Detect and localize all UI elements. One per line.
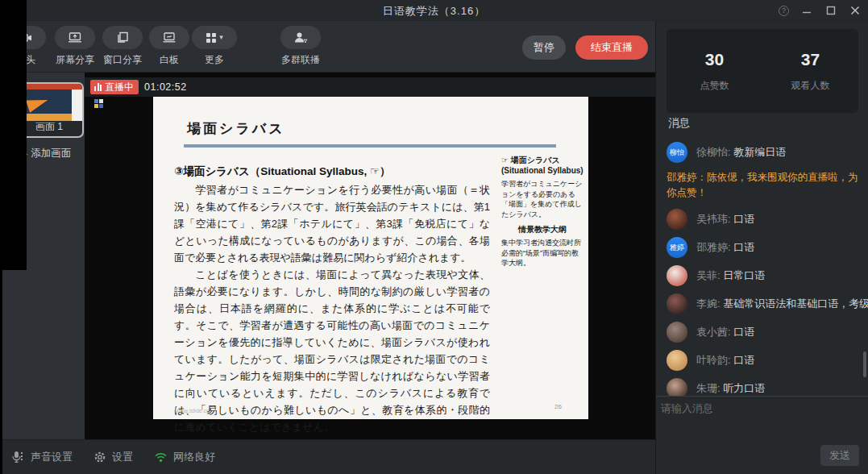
foreign-window-overlay (0, 0, 27, 270)
message-sender: 吴祎玮: (696, 213, 733, 225)
avatar[interactable] (667, 265, 687, 286)
avatar[interactable] (667, 350, 687, 371)
message-list[interactable]: 柳怡徐柳怡: 教新编日语邵雅婷：陈依偲，我来围观你的直播啦，为你点赞！吴祎玮: … (656, 135, 868, 396)
toolbar-button-more-grid[interactable]: ▾更多 (189, 26, 240, 67)
slide-paragraph: 学習者がコミュニケーションを行う必要性が高い場面（＝状況）を集めて作るシラバスで… (174, 181, 490, 266)
network-label: 网络良好 (173, 450, 215, 464)
chat-input-area: 发送 (656, 396, 868, 474)
message-content: 口语 (733, 241, 754, 253)
slide-heading: ③場面シラバス（Situational Syllabus, ☞） (174, 164, 391, 179)
end-live-button[interactable]: 结束直播 (575, 35, 648, 60)
message-text: 徐柳怡: 教新编日语 (696, 145, 786, 160)
message-content: 口语 (733, 354, 754, 366)
gear-icon (93, 451, 106, 464)
slide-body-text: 学習者がコミュニケーションを行う必要性が高い場面（＝状況）を集めて作るシラバスで… (174, 181, 490, 435)
toolbar-button-whiteboard[interactable]: 白板 (146, 26, 193, 67)
message-sender: 邵雅婷: (696, 241, 733, 253)
help-icon[interactable]: ? (779, 6, 789, 16)
message-row: 叶聆韵: 口语 (667, 350, 868, 371)
close-icon[interactable] (849, 4, 862, 17)
slide-margin-note: ☞ 場面シラバス (Situational Syllabus) 学習者がコミュニ… (501, 155, 584, 268)
avatar[interactable] (667, 293, 687, 314)
slide-watermark: www.islide.cc (176, 408, 210, 414)
live-badge-label: 直播中 (105, 81, 134, 94)
avatar[interactable]: 雅婷 (667, 237, 687, 258)
toolbar-button-label: 窗口分享 (99, 53, 146, 67)
status-bar: 声音设置 设置 网络良好 (0, 439, 655, 474)
message-row: 吴菲: 日常口语 (667, 265, 868, 286)
toolbar-button-multicast[interactable]: 多群联播 (277, 26, 324, 67)
sound-settings-button[interactable]: 声音设置 (11, 450, 73, 464)
pause-button[interactable]: 暂停 (522, 35, 566, 60)
sound-settings-label: 声音设置 (31, 450, 73, 464)
live-timer: 01:02:52 (144, 81, 187, 93)
highlighted-message: 邵雅婷：陈依偲，我来围观你的直播啦，为你点赞！ (667, 170, 862, 201)
minimize-icon[interactable] (800, 4, 813, 17)
message-row: 袁小茜: 口语 (667, 322, 868, 343)
live-bars-icon (94, 83, 102, 91)
message-row: 吴祎玮: 口语 (667, 209, 868, 230)
presentation-slide: 場面シラバス ③場面シラバス（Situational Syllabus, ☞） … (153, 97, 588, 419)
chat-scrollbar[interactable] (863, 351, 866, 377)
toolbar-button-label: 更多 (189, 53, 240, 67)
more-grid-icon: ▾ (192, 26, 237, 49)
title-bar: 日语教学法（3.16） ? (0, 0, 868, 21)
viewers-label: 观看人数 (791, 79, 830, 93)
stats-card: 30 点赞数 37 观看人数 (667, 29, 858, 113)
window-controls: ? (779, 0, 862, 21)
multicast-icon (280, 26, 321, 49)
toolbar-button-label: 多群联播 (277, 53, 324, 67)
message-text: 朱珊: 听力口语 (696, 381, 765, 396)
message-sender: 吴菲: (696, 269, 723, 281)
message-content: 听力口语 (723, 382, 765, 394)
chat-input[interactable] (661, 401, 862, 442)
message-text: 邵雅婷: 口语 (696, 240, 754, 255)
avatar[interactable] (667, 322, 687, 343)
message-text: 李婉: 基础常识语法和基础口语，考级 (696, 297, 868, 311)
message-content: 口语 (733, 326, 754, 338)
live-stage: 直播中 01:02:52 場面シラバス ③場面シラバス（Situational … (85, 73, 657, 439)
message-sender: 朱珊: (696, 382, 723, 394)
whiteboard-icon (149, 26, 189, 49)
live-status-badge: 直播中 (90, 80, 139, 94)
desktop-edge (0, 270, 2, 474)
thumbnail-arrow-graphic (26, 94, 50, 112)
slide-paragraph: ことばを使うときには、場面によって異なった表現や文体、語彙が必要になります。しか… (174, 266, 490, 435)
message-content: 日常口语 (723, 269, 765, 281)
message-row: 李婉: 基础常识语法和基础口语，考级 (667, 293, 868, 314)
note-chinese-title: 情景教学大纲 (501, 224, 584, 235)
settings-button[interactable]: 设置 (93, 450, 133, 464)
toolbar-button-label: 白板 (146, 53, 193, 67)
toolbar-button-window-share[interactable]: 窗口分享 (99, 26, 146, 67)
avatar[interactable]: 柳怡 (667, 142, 687, 163)
likes-count: 30 (705, 50, 724, 69)
microphone-icon (11, 451, 25, 464)
add-screen-label: 添加画面 (31, 147, 71, 160)
settings-label: 设置 (112, 450, 133, 464)
likes-label: 点赞数 (700, 79, 729, 93)
toolbar-button-screen-share[interactable]: 屏幕分享 (52, 26, 98, 67)
viewers-stat: 37 观看人数 (762, 29, 858, 113)
viewers-count: 37 (801, 50, 820, 69)
add-screen-button[interactable]: + 添加画面 (21, 147, 71, 160)
message-sender: 袁小茜: (696, 326, 733, 338)
message-sender: 叶聆韵: (696, 354, 733, 366)
avatar[interactable] (667, 378, 687, 396)
network-status[interactable]: 网络良好 (154, 450, 215, 464)
likes-stat: 30 点赞数 (667, 29, 762, 113)
avatar[interactable] (667, 209, 687, 230)
maximize-icon[interactable] (824, 4, 837, 17)
send-button[interactable]: 发送 (820, 445, 859, 466)
wifi-icon (154, 451, 168, 463)
toolbar-button-label: 屏幕分享 (52, 53, 98, 67)
window-title: 日语教学法（3.16） (0, 4, 868, 19)
chat-header: 消息 (668, 116, 690, 131)
message-row: 柳怡徐柳怡: 教新编日语 (667, 142, 868, 163)
screen-share-icon (55, 26, 95, 49)
message-content: 教新编日语 (733, 146, 786, 158)
message-text: 吴祎玮: 口语 (696, 212, 754, 227)
slide-title-rule (184, 144, 556, 148)
note-heading: ☞ 場面シラバス (Situational Syllabus) (501, 155, 584, 176)
message-content: 口语 (733, 213, 754, 225)
note-body: 学習者がコミュニケーションをする必要のある「場面」を集めて作成したシラバス。 (501, 179, 584, 219)
